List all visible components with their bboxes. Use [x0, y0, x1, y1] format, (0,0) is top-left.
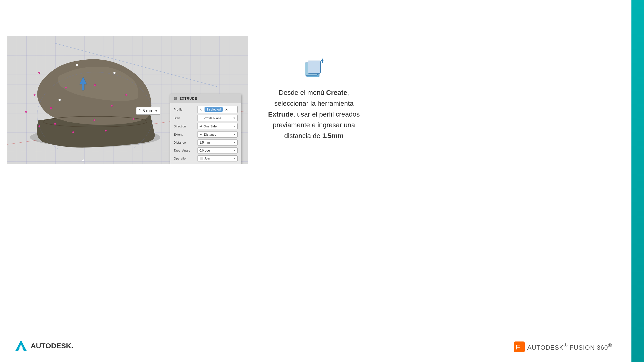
fusion-logo-icon: F [514, 342, 525, 352]
distance-control[interactable]: 1.5 mm ▼ [197, 139, 238, 145]
ctrl-dot-white-2 [82, 159, 84, 161]
distance-row: Distance 1.5 mm ▼ [174, 139, 238, 145]
ctrl-dot-white-3 [76, 64, 78, 66]
svg-marker-9 [321, 58, 324, 61]
direction-dropdown-btn[interactable]: ▼ [233, 125, 236, 128]
direction-row: Direction ⇌ One Side ▼ [174, 123, 238, 129]
extent-value: Distance [204, 133, 216, 136]
extent-dropdown-btn[interactable]: ▼ [233, 133, 236, 136]
direction-control[interactable]: ⇌ One Side ▼ [197, 123, 238, 129]
instruction-panel: Desde el menú Create, seleccionar la her… [256, 36, 372, 164]
fusion-text: AUTODESK® FUSION 360® [527, 343, 612, 351]
extrude-bold: Extrude [268, 110, 293, 118]
operation-label: Operation [174, 157, 195, 160]
taper-dropdown-btn[interactable]: ▼ [233, 149, 236, 152]
direction-label: Direction [174, 124, 195, 128]
ctrl-dot-9 [25, 111, 27, 113]
profile-row: Profile ↖ 3 selected ✕ [174, 106, 238, 113]
arrow-indicator [77, 77, 89, 96]
ctrl-dot-8 [38, 125, 40, 127]
svg-text:F: F [516, 343, 520, 351]
taper-label: Taper Angle [174, 149, 195, 152]
direction-icon: ⇌ [200, 124, 202, 128]
operation-control[interactable]: ⬜ Join ▼ [197, 155, 238, 161]
operation-dropdown-btn[interactable]: ▼ [233, 157, 236, 160]
start-value: Profile Plane [204, 116, 222, 120]
extent-control[interactable]: ↔ Distance ▼ [197, 131, 238, 138]
distance-label: Distance [174, 141, 195, 144]
distance-value: 1.5 mm [200, 141, 210, 144]
ctrl-dot-white-4 [58, 99, 61, 101]
ctrl-dot-11 [50, 107, 52, 109]
ctrl-dot-5 [132, 118, 134, 120]
create-bold: Create [326, 89, 347, 96]
ctrl-dot-12 [111, 105, 113, 107]
distance-bold: 1.5mm [322, 132, 344, 139]
dialog-header-icon [174, 97, 177, 100]
start-label: Start [174, 116, 195, 120]
autodesk-text: AUTODESK. [31, 342, 73, 350]
operation-icon: ⬜ [200, 157, 203, 160]
profile-close-icon[interactable]: ✕ [225, 108, 228, 111]
profile-control[interactable]: ↖ 3 selected ✕ [197, 106, 238, 113]
operation-row: Operation ⬜ Join ▼ [174, 155, 238, 161]
extrude-icon [303, 58, 325, 80]
ctrl-dot-10 [38, 72, 40, 74]
taper-row: Taper Angle 0.0 deg ▼ [174, 147, 238, 153]
autodesk-logo-icon [14, 339, 28, 352]
viewport[interactable]: 1.5 mm ▼ EXTRUDE Profile ↖ 3 selected ✕ [7, 36, 248, 164]
dialog-header: EXTRUDE [170, 94, 241, 103]
extrude-dialog: EXTRUDE Profile ↖ 3 selected ✕ Start ⊣ [170, 94, 241, 164]
extent-row: Extent ↔ Distance ▼ [174, 131, 238, 138]
dimension-value: 1.5 mm [139, 108, 153, 113]
ctrl-dot-2 [65, 87, 67, 89]
direction-value: One Side [204, 124, 216, 128]
dialog-body: Profile ↖ 3 selected ✕ Start ⊣ Profile P… [170, 103, 241, 164]
taper-value: 0.0 deg [200, 149, 210, 152]
extent-label: Extent [174, 133, 195, 136]
instruction-text: Desde el menú Create, seleccionar la her… [266, 87, 362, 141]
start-control[interactable]: ⊣ Profile Plane ▼ [197, 115, 238, 121]
ctrl-dot-15 [54, 123, 56, 125]
ctrl-dot-7 [72, 131, 74, 133]
right-sidebar [632, 0, 644, 362]
dimension-label[interactable]: 1.5 mm ▼ [136, 107, 160, 115]
profile-badge: 3 selected [204, 107, 223, 112]
extent-icon: ↔ [200, 132, 203, 136]
start-row: Start ⊣ Profile Plane ▼ [174, 115, 238, 121]
dimension-dropdown-arrow[interactable]: ▼ [155, 109, 158, 113]
3d-shape [19, 43, 169, 149]
ctrl-dot-3 [94, 84, 96, 86]
svg-rect-7 [308, 61, 320, 73]
svg-marker-3 [80, 77, 87, 90]
logo-right: F AUTODESK® FUSION 360® [514, 342, 612, 352]
logo-left: AUTODESK. [14, 339, 73, 352]
ctrl-dot-white-5 [113, 72, 116, 74]
ctrl-dot-4 [125, 94, 127, 96]
distance-dropdown-btn[interactable]: ▼ [233, 141, 236, 144]
start-dropdown-btn[interactable]: ▼ [233, 117, 236, 119]
ctrl-dot-1 [34, 94, 36, 96]
ctrl-dot-14 [94, 119, 96, 121]
profile-label: Profile [174, 108, 195, 111]
dialog-title: EXTRUDE [180, 96, 197, 100]
main-content: 1.5 mm ▼ EXTRUDE Profile ↖ 3 selected ✕ [0, 0, 632, 362]
start-icon: ⊣ [200, 116, 202, 120]
operation-value: Join [204, 157, 210, 160]
cursor-icon: ↖ [200, 108, 202, 111]
ctrl-dot-6 [105, 130, 107, 131]
taper-control[interactable]: 0.0 deg ▼ [197, 147, 238, 153]
